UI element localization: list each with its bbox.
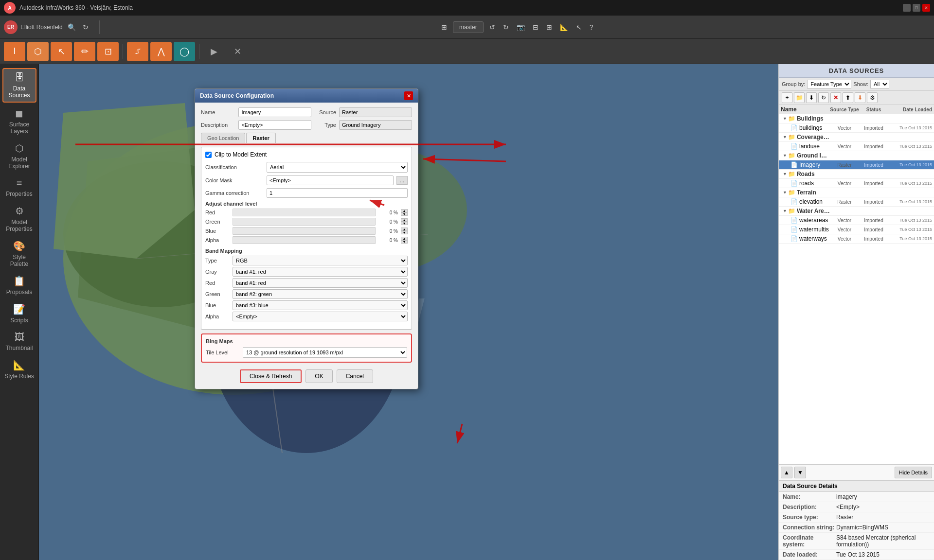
tree-arrow-water[interactable]: ▼	[783, 209, 787, 213]
channel-blue-up[interactable]: ▲	[401, 228, 408, 231]
classification-select[interactable]: Aerial	[267, 162, 408, 173]
select-button[interactable]: ↖	[574, 21, 584, 33]
channel-green-up[interactable]: ▲	[401, 218, 408, 222]
channel-green-down[interactable]: ▼	[401, 222, 408, 225]
sidebar-item-surface-layers[interactable]: ◼ Surface Layers	[2, 105, 36, 138]
road-tool-button[interactable]: ⎎	[127, 42, 148, 61]
band-green-select[interactable]: band #2: green	[233, 289, 408, 299]
sidebar-item-model-properties[interactable]: ⚙ Model Properties	[2, 202, 36, 235]
close-refresh-button[interactable]: Close & Refresh	[240, 369, 302, 383]
hide-details-button[interactable]: Hide Details	[895, 467, 932, 478]
tree-item-imagery[interactable]: 📄 Imagery Raster Imported Tue Oct 13 201…	[779, 160, 934, 170]
sidebar-item-model-explorer[interactable]: ⬡ Model Explorer	[2, 140, 36, 173]
search-button[interactable]: 🔍	[66, 21, 78, 33]
type-input[interactable]	[339, 120, 412, 130]
tree-group-roads[interactable]: ▼ 📁 Roads	[779, 170, 934, 179]
layers-button[interactable]: ⊟	[531, 21, 540, 33]
tree-item-watermultis[interactable]: 📄 watermultis Vector Imported Tue Oct 13…	[779, 225, 934, 234]
cancel-button[interactable]: Cancel	[337, 369, 373, 383]
tree-item-buildings[interactable]: 📄 buildings Vector Imported Tue Oct 13 2…	[779, 123, 934, 133]
select-tool-button[interactable]: I	[4, 42, 25, 61]
import-button[interactable]: ⬇	[806, 92, 817, 103]
band-blue-select[interactable]: band #3: blue	[233, 300, 408, 310]
tree-arrow-roads[interactable]: ▼	[783, 172, 787, 176]
group-by-select[interactable]: Feature Type	[807, 80, 851, 88]
channel-blue-spinner[interactable]: ▲ ▼	[401, 228, 408, 234]
sidebar-item-thumbnail[interactable]: 🖼 Thumbnail	[2, 329, 36, 354]
sidebar-item-properties[interactable]: ≡ Properties	[2, 175, 36, 200]
tree-group-buildings[interactable]: ▼ 📁 Buildings	[779, 114, 934, 123]
tree-item-waterways[interactable]: 📄 waterways Vector Imported Tue Oct 13 2…	[779, 234, 934, 244]
description-input[interactable]	[238, 120, 311, 130]
undo-button[interactable]: ↺	[487, 21, 497, 33]
channel-green-spinner[interactable]: ▲ ▼	[401, 218, 408, 225]
tree-group-terrain[interactable]: ▼ 📁 Terrain	[779, 188, 934, 197]
terrain-tool-button[interactable]: ⋀	[150, 42, 172, 61]
sidebar-item-style-rules[interactable]: 📐 Style Rules	[2, 356, 36, 383]
measure-button[interactable]: 📐	[558, 21, 570, 33]
download-button[interactable]: ⬇	[855, 92, 865, 103]
dialog-close-button[interactable]: ✕	[404, 91, 413, 100]
sidebar-item-scripts[interactable]: 📝 Scripts	[2, 300, 36, 327]
channel-red-spinner[interactable]: ▲ ▼	[401, 209, 408, 216]
channel-alpha-down[interactable]: ▼	[401, 240, 408, 244]
band-red-select[interactable]: band #1: red	[233, 278, 408, 288]
present-button[interactable]: ▶	[203, 42, 225, 61]
view-button[interactable]: ⊞	[439, 21, 449, 33]
tab-raster[interactable]: Raster	[246, 133, 275, 143]
channel-red-down[interactable]: ▼	[401, 212, 408, 216]
tree-group-coverage-areas[interactable]: ▼ 📁 Coverage Areas	[779, 133, 934, 142]
tab-geo-location[interactable]: Geo Location	[201, 133, 245, 143]
edit-button[interactable]: ✏	[74, 42, 95, 61]
tree-arrow-terrain[interactable]: ▼	[783, 190, 787, 195]
sidebar-item-data-sources[interactable]: 🗄 Data Sources	[2, 68, 36, 103]
show-select[interactable]: All	[870, 80, 889, 88]
tree-arrow-buildings[interactable]: ▼	[783, 116, 787, 121]
arrow-tool-button[interactable]: ↖	[51, 42, 72, 61]
refresh-data-button[interactable]: ↻	[818, 92, 829, 103]
3d-button[interactable]: ⬡	[27, 42, 49, 61]
tree-container[interactable]: ▼ 📁 Buildings 📄 buildings Vector Importe…	[779, 114, 934, 464]
channel-alpha-up[interactable]: ▲	[401, 237, 408, 240]
name-input[interactable]	[238, 107, 311, 117]
band-type-select[interactable]: RGB	[233, 256, 408, 265]
channel-red-up[interactable]: ▲	[401, 209, 408, 212]
sidebar-item-style-palette[interactable]: 🎨 Style Palette	[2, 237, 36, 270]
tree-group-ground-imagery[interactable]: ▼ 📁 Ground Imagery	[779, 151, 934, 160]
water-tool-button[interactable]: ◯	[174, 42, 195, 61]
tree-arrow-coverage[interactable]: ▼	[783, 135, 787, 140]
maximize-button[interactable]: □	[913, 4, 920, 12]
cut-button[interactable]: ✕	[227, 42, 248, 61]
tree-item-landuse[interactable]: 📄 landuse Vector Imported Tue Oct 13 201…	[779, 142, 934, 151]
color-mask-input[interactable]	[267, 175, 394, 185]
map-area[interactable]: W Data Source Configuration ✕ Name Sourc…	[39, 64, 778, 560]
master-branch-button[interactable]: master	[453, 21, 484, 33]
tree-item-elevation[interactable]: 📄 elevation Raster Imported Tue Oct 13 2…	[779, 197, 934, 207]
add-button[interactable]: +	[782, 92, 792, 103]
settings-button[interactable]: ⚙	[867, 92, 878, 103]
ok-button[interactable]: OK	[305, 369, 332, 383]
sidebar-item-proposals[interactable]: 📋 Proposals	[2, 272, 36, 298]
redo-button[interactable]: ↻	[501, 21, 511, 33]
band-gray-select[interactable]: band #1: red	[233, 267, 408, 277]
export-button[interactable]: ⬆	[843, 92, 853, 103]
grid-button[interactable]: ⊞	[544, 21, 554, 33]
tree-item-waterareas[interactable]: 📄 waterareas Vector Imported Tue Oct 13 …	[779, 216, 934, 225]
band-alpha-select[interactable]: <Empty>	[233, 312, 408, 321]
nav-up-button[interactable]: ▲	[781, 467, 792, 478]
minimize-button[interactable]: –	[903, 4, 911, 12]
close-button[interactable]: ✕	[922, 4, 930, 12]
tile-level-select[interactable]: 13 @ ground resolution of 19.1093 m/pxl	[243, 347, 407, 358]
refresh-button[interactable]: ↻	[81, 21, 90, 33]
help-button[interactable]: ?	[588, 21, 595, 33]
gamma-input[interactable]	[267, 188, 408, 198]
tree-arrow-imagery[interactable]: ▼	[783, 153, 787, 158]
channel-alpha-spinner[interactable]: ▲ ▼	[401, 237, 408, 244]
channel-blue-down[interactable]: ▼	[401, 231, 408, 234]
folder-button[interactable]: 📁	[794, 92, 805, 103]
tree-item-roads[interactable]: 📄 roads Vector Imported Tue Oct 13 2015	[779, 179, 934, 188]
color-mask-browse-button[interactable]: ...	[396, 176, 408, 185]
camera-button[interactable]: 📷	[515, 21, 527, 33]
nav-down-button[interactable]: ▼	[794, 467, 806, 478]
delete-button[interactable]: ✕	[830, 92, 841, 103]
